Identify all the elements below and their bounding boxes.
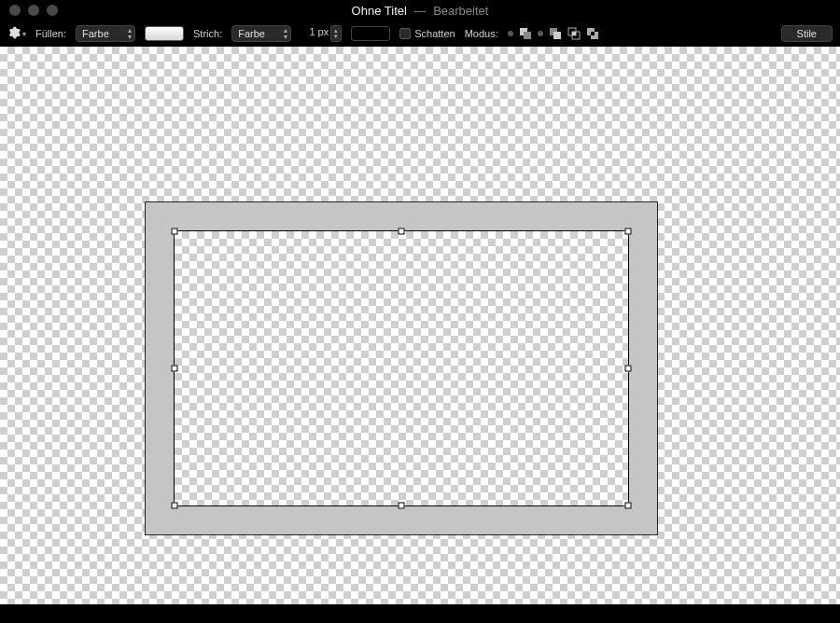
resize-handle-sw[interactable] — [172, 503, 178, 509]
title-separator: — — [414, 4, 427, 18]
resize-handle-ne[interactable] — [625, 228, 632, 235]
chevron-down-icon: ▾ — [22, 30, 26, 38]
styles-button[interactable]: Stile — [781, 25, 833, 42]
stroke-width-field[interactable]: 1 px ▴▾ — [301, 25, 342, 42]
resize-handle-se[interactable] — [625, 503, 632, 509]
shadow-checkbox[interactable] — [399, 28, 411, 39]
resize-handle-w[interactable] — [172, 366, 178, 372]
stroke-select[interactable]: Farbe ▴▾ — [231, 25, 291, 42]
styles-button-label: Stile — [797, 28, 817, 39]
resize-handle-n[interactable] — [399, 228, 405, 235]
shape-outer-rect[interactable] — [145, 201, 658, 535]
shadow-toggle[interactable]: Schatten — [399, 28, 455, 39]
stroke-select-value: Farbe — [238, 28, 265, 39]
fill-color-swatch[interactable] — [145, 26, 184, 41]
gear-icon — [7, 26, 21, 41]
fill-select[interactable]: Farbe ▴▾ — [76, 25, 135, 42]
mode-radio — [538, 31, 543, 36]
resize-handle-nw[interactable] — [172, 228, 178, 235]
svg-rect-3 — [553, 32, 561, 39]
mode-label: Modus: — [465, 28, 498, 39]
zoom-window-button[interactable] — [47, 5, 58, 16]
gear-menu[interactable]: ▾ — [7, 26, 26, 41]
resize-handle-s[interactable] — [399, 503, 405, 509]
svg-rect-9 — [591, 32, 595, 35]
titlebar: Ohne Titel — Bearbeitet — [0, 0, 840, 21]
toolbar: ▾ Füllen: Farbe ▴▾ Strich: Farbe ▴▾ 1 px… — [0, 21, 840, 47]
mode-radio — [508, 31, 513, 36]
canvas[interactable] — [0, 47, 840, 623]
title-sub: Bearbeitet — [433, 4, 488, 18]
blend-normal-icon[interactable] — [519, 27, 532, 40]
bottom-bar — [0, 604, 840, 623]
fill-label: Füllen: — [35, 28, 66, 39]
updown-icon: ▴▾ — [284, 27, 287, 40]
blend-intersect-icon[interactable] — [567, 27, 581, 40]
blend-subtract-icon[interactable] — [549, 27, 562, 40]
stroke-width-stepper[interactable]: ▴▾ — [330, 25, 342, 42]
window-title: Ohne Titel — Bearbeitet — [0, 4, 840, 18]
stroke-label: Strich: — [193, 28, 222, 39]
minimize-window-button[interactable] — [28, 5, 39, 16]
shadow-label: Schatten — [414, 28, 455, 39]
svg-rect-1 — [524, 32, 531, 39]
close-window-button[interactable] — [9, 5, 21, 16]
svg-rect-6 — [572, 32, 576, 35]
updown-icon: ▴▾ — [128, 27, 132, 40]
resize-handle-e[interactable] — [625, 366, 632, 372]
stroke-width-value: 1 px — [301, 26, 329, 41]
shape-fill-transparent — [175, 231, 628, 505]
blend-exclude-icon[interactable] — [586, 27, 599, 40]
stroke-color-swatch[interactable] — [351, 26, 390, 41]
selected-shape[interactable] — [174, 230, 629, 506]
fill-select-value: Farbe — [82, 28, 109, 39]
title-main: Ohne Titel — [352, 4, 407, 18]
